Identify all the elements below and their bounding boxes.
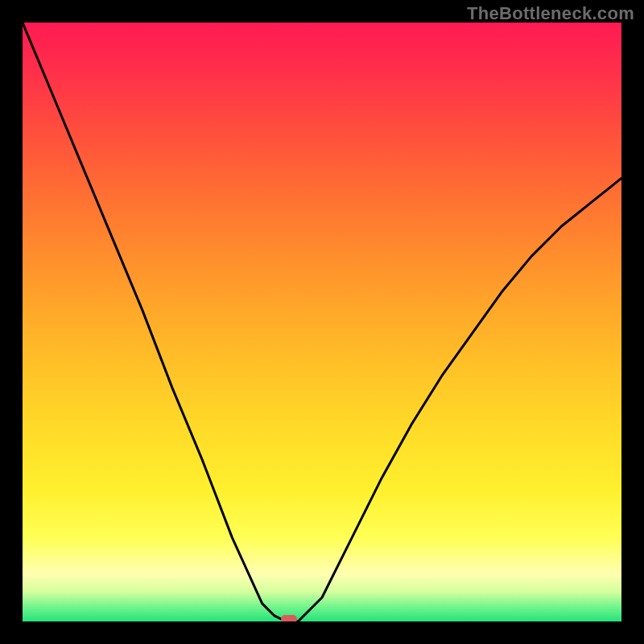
chart-frame: TheBottleneck.com — [0, 0, 644, 644]
plot-area — [23, 23, 621, 621]
optimal-marker — [281, 615, 297, 621]
watermark-text: TheBottleneck.com — [467, 3, 634, 24]
gradient-background — [23, 23, 621, 621]
